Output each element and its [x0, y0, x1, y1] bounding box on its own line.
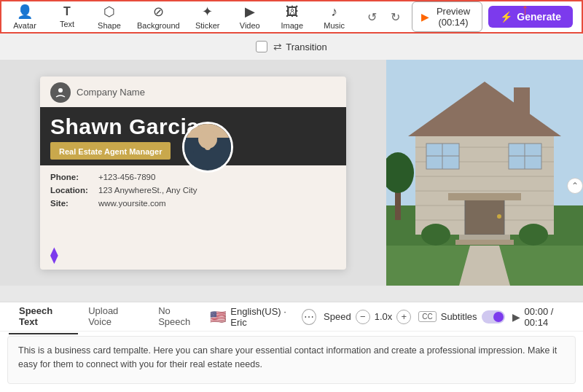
card-location-row: Location: 123 AnywhereSt., Any City — [50, 186, 336, 195]
toolbar-item-video[interactable]: ▶ Video — [235, 4, 265, 30]
avatar-label: Avatar — [13, 21, 36, 30]
svg-point-23 — [421, 224, 450, 246]
shape-label: Shape — [98, 21, 121, 30]
site-value: www.yoursite.com — [98, 199, 166, 208]
svg-rect-21 — [459, 235, 510, 240]
speed-control: Speed − 1.0x + — [324, 310, 411, 324]
speech-tabs-bar: Speech TextUpload VoiceNo Speech 🇺🇸 Engl… — [0, 302, 583, 332]
svg-rect-5 — [514, 87, 530, 120]
v-logo: ⧫ — [50, 246, 68, 264]
toolbar-right: ↺ ↻ ▶ Preview (00:14) ⚡ Generate ↑ — [362, 1, 573, 32]
collapse-icon: ⌃ — [571, 181, 579, 191]
preview-label: Preview (00:14) — [434, 6, 474, 28]
music-icon: ♪ — [331, 4, 337, 20]
toolbar-items: 👤 Avatar T Text ⬡ Shape ⊘ Background ✦ S… — [10, 4, 349, 30]
speed-value: 1.0x — [375, 311, 393, 322]
v-logo-icon: ⧫ — [50, 247, 58, 263]
card-site-row: Site: www.yoursite.com — [50, 199, 336, 208]
flag-icon: 🇺🇸 — [210, 309, 226, 325]
shape-icon: ⬡ — [103, 4, 115, 20]
collapse-button[interactable]: ⌃ — [567, 178, 583, 194]
subtitles-label: Subtitles — [441, 311, 477, 322]
image-label: Image — [281, 21, 303, 30]
text-icon: T — [63, 5, 71, 18]
card-logo — [50, 82, 71, 103]
svg-point-19 — [497, 214, 501, 219]
speech-content: This is a business card tempalte. Here y… — [18, 345, 557, 369]
sticker-icon: ✦ — [202, 4, 213, 20]
phone-label: Phone: — [50, 173, 93, 181]
location-value: 123 AnywhereSt., Any City — [98, 186, 197, 195]
transition-icon: ⇄ — [273, 41, 282, 52]
speed-increase-button[interactable]: + — [396, 310, 411, 324]
image-icon: 🖼 — [286, 4, 299, 20]
svg-rect-20 — [448, 193, 521, 200]
house-illustration — [386, 60, 583, 286]
avatar-body — [193, 150, 222, 165]
toggle-knob — [493, 312, 504, 322]
cc-icon: CC — [418, 311, 436, 322]
site-label: Site: — [50, 199, 93, 208]
card-area: Company Name Shawn Garcia Real Estate Ag… — [0, 60, 386, 286]
toolbar-item-sticker[interactable]: ✦ Sticker — [193, 4, 222, 30]
language-label: English(US) · Eric — [230, 306, 297, 328]
video-icon: ▶ — [245, 4, 255, 20]
bottom-panel: Speech TextUpload VoiceNo Speech 🇺🇸 Engl… — [0, 302, 583, 392]
background-label: Background — [137, 21, 180, 30]
speech-text-area[interactable]: This is a business card tempalte. Here y… — [7, 336, 576, 384]
svg-rect-22 — [455, 240, 514, 245]
toolbar-item-music[interactable]: ♪ Music — [320, 4, 349, 30]
toolbar-item-text[interactable]: T Text — [52, 5, 82, 28]
svg-point-24 — [519, 224, 548, 246]
generate-button[interactable]: ⚡ Generate — [488, 6, 573, 28]
transition-checkbox[interactable] — [256, 41, 267, 52]
tabs-container: Speech TextUpload VoiceNo Speech — [9, 299, 210, 334]
play-button[interactable]: ▶ — [512, 311, 520, 323]
playback-control: ▶ 00:00 / 00:14 — [512, 306, 574, 328]
video-label: Video — [240, 21, 260, 30]
redo-button[interactable]: ↻ — [386, 7, 406, 27]
toolbar-item-image[interactable]: 🖼 Image — [278, 4, 307, 30]
card-job-title: Real Estate Agent Manager — [59, 147, 162, 156]
tab-upload-voice[interactable]: Upload Voice — [78, 299, 148, 334]
music-label: Music — [324, 21, 345, 30]
business-card[interactable]: Company Name Shawn Garcia Real Estate Ag… — [40, 77, 346, 270]
avatar-icon: 👤 — [17, 4, 33, 20]
generate-icon: ⚡ — [500, 11, 512, 23]
card-info: Phone: +123-456-7890 Location: 123 Anywh… — [40, 165, 346, 208]
avatar-head — [198, 130, 217, 149]
timecode: 00:00 / 00:14 — [525, 306, 574, 328]
toolbar-item-background[interactable]: ⊘ Background — [137, 4, 180, 30]
tab-speech-text[interactable]: Speech Text — [9, 299, 78, 334]
toolbar-item-shape[interactable]: ⬡ Shape — [95, 4, 124, 30]
subtitles-control: CC Subtitles — [418, 310, 504, 324]
sticker-label: Sticker — [195, 21, 220, 30]
subtitles-toggle[interactable] — [482, 310, 505, 324]
undo-redo-group: ↺ ↻ — [362, 7, 406, 27]
svg-point-0 — [58, 88, 63, 93]
house-photo-area — [386, 60, 583, 286]
card-company-name: Company Name — [77, 87, 145, 98]
card-title-bar: Real Estate Agent Manager — [50, 142, 171, 160]
card-top-bar: Company Name — [40, 77, 346, 107]
language-options-button[interactable]: ⋯ — [302, 309, 316, 325]
transition-text: Transition — [286, 42, 327, 52]
avatar-inner — [184, 124, 231, 170]
undo-button[interactable]: ↺ — [362, 7, 383, 27]
language-selector[interactable]: 🇺🇸 English(US) · Eric ⋯ — [210, 306, 316, 328]
phone-value: +123-456-7890 — [98, 173, 155, 181]
toolbar: 👤 Avatar T Text ⬡ Shape ⊘ Background ✦ S… — [0, 0, 583, 34]
main-area: Company Name Shawn Garcia Real Estate Ag… — [0, 60, 583, 286]
transition-label[interactable]: ⇄ Transition — [273, 41, 327, 52]
background-icon: ⊘ — [153, 4, 164, 20]
preview-button[interactable]: ▶ Preview (00:14) — [412, 1, 483, 32]
speed-decrease-button[interactable]: − — [356, 310, 370, 324]
arrow-indicator: ↑ — [521, 0, 529, 19]
location-label: Location: — [50, 186, 93, 195]
preview-icon: ▶ — [421, 11, 429, 23]
toolbar-item-avatar[interactable]: 👤 Avatar — [10, 4, 39, 30]
speed-label: Speed — [324, 311, 351, 322]
text-label: Text — [60, 20, 74, 28]
tab-no-speech[interactable]: No Speech — [148, 299, 210, 334]
card-avatar — [182, 122, 233, 173]
